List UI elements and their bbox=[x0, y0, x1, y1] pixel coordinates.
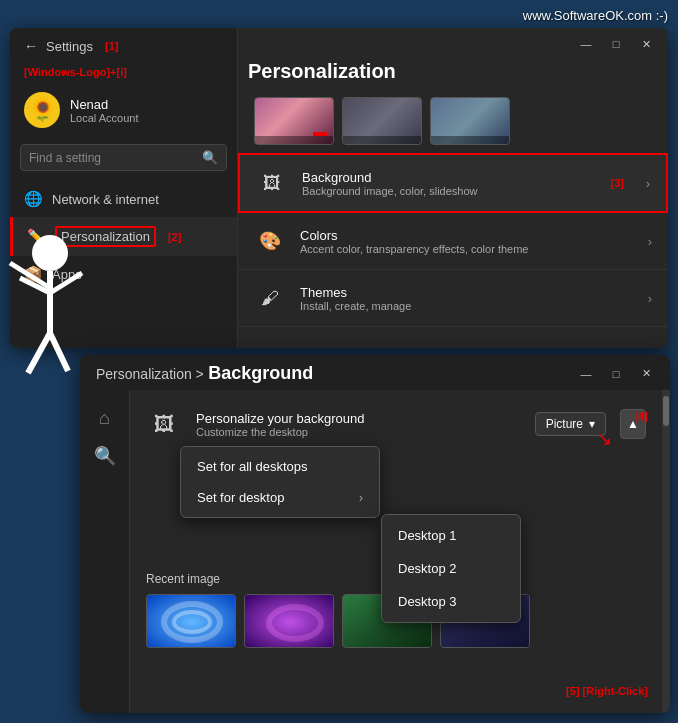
window-title: Settings bbox=[46, 39, 93, 54]
bottom-title-bar: Personalization > Background — □ ✕ bbox=[80, 355, 670, 390]
theme-previews bbox=[238, 93, 668, 153]
chevron-right-icon: › bbox=[648, 291, 652, 306]
colors-icon: 🎨 bbox=[254, 225, 286, 257]
submenu-desktop-1[interactable]: Desktop 1 bbox=[382, 519, 520, 552]
title-bar-right: — □ ✕ bbox=[238, 28, 668, 60]
bg-text-block: Personalize your background Customize th… bbox=[196, 411, 521, 438]
background-icon: 🖼 bbox=[256, 167, 288, 199]
search-input[interactable] bbox=[29, 151, 196, 165]
search-icon: 🔍 bbox=[202, 150, 218, 165]
setting-themes-text: Themes Install, create, manage bbox=[300, 285, 411, 312]
picture-dropdown-label: Picture bbox=[546, 417, 583, 431]
setting-background-text: Background Background image, color, slid… bbox=[302, 170, 477, 197]
bg-section: 🖼 Personalize your background Customize … bbox=[146, 406, 646, 442]
context-menu: Set for all desktops Set for desktop › D… bbox=[180, 446, 380, 518]
page-title: Personalization bbox=[248, 60, 658, 83]
close-button[interactable]: ✕ bbox=[632, 34, 660, 54]
bottom-main: ⌂ 🔍 [4] ↘ 🖼 Personalize your background … bbox=[80, 390, 670, 713]
theme-thumb-1[interactable] bbox=[254, 97, 334, 145]
sidebar-item-network[interactable]: 🌐 Network & internet bbox=[10, 181, 237, 217]
ctx-set-all-label: Set for all desktops bbox=[197, 459, 308, 474]
search-box[interactable]: 🔍 bbox=[20, 144, 227, 171]
setting-background[interactable]: 🖼 Background Background image, color, sl… bbox=[238, 153, 668, 213]
dropdown-chevron-icon: ▾ bbox=[589, 417, 595, 431]
theme-thumb-2[interactable] bbox=[342, 97, 422, 145]
character-figure bbox=[0, 223, 100, 383]
maximize-button[interactable]: □ bbox=[602, 34, 630, 54]
sidebar-item-network-label: Network & internet bbox=[52, 192, 159, 207]
watermark: www.SoftwareOK.com :-) bbox=[523, 8, 668, 23]
user-type: Local Account bbox=[70, 112, 139, 124]
ctx-set-desktop-label: Set for desktop bbox=[197, 490, 284, 505]
svg-line-12 bbox=[50, 333, 68, 371]
network-icon: 🌐 bbox=[24, 190, 42, 208]
annotation-4: [4] bbox=[635, 410, 648, 422]
breadcrumb-text: Personalization > bbox=[96, 366, 204, 382]
title-bar-left: ← Settings [1] bbox=[10, 28, 237, 64]
back-arrow-icon[interactable]: ← bbox=[24, 38, 38, 54]
themes-icon: 🖌 bbox=[254, 282, 286, 314]
user-info: Nenad Local Account bbox=[70, 97, 139, 124]
svg-line-10 bbox=[50, 273, 82, 293]
top-window: ← Settings [1] [Windows-Logo]+[i] 🌻 Nena… bbox=[10, 28, 668, 348]
bottom-scrollbar[interactable] bbox=[662, 390, 670, 713]
submenu-desktop-3[interactable]: Desktop 3 bbox=[382, 585, 520, 618]
annotation-2: [2] bbox=[168, 231, 181, 243]
user-section: 🌻 Nenad Local Account bbox=[10, 84, 237, 138]
bottom-sidebar: ⌂ 🔍 bbox=[80, 390, 130, 713]
ctx-set-for-desktop[interactable]: Set for desktop › Desktop 1 Desktop 2 De… bbox=[181, 482, 379, 513]
bottom-content: [4] ↘ 🖼 Personalize your background Cust… bbox=[130, 390, 662, 713]
scroll-thumb[interactable] bbox=[663, 396, 669, 426]
ctx-submenu-chevron-icon: › bbox=[359, 491, 363, 505]
user-name: Nenad bbox=[70, 97, 139, 112]
bottom-breadcrumb: Personalization > Background bbox=[96, 363, 313, 384]
bg-icon: 🖼 bbox=[146, 406, 182, 442]
bottom-window: Personalization > Background — □ ✕ ⌂ 🔍 [… bbox=[80, 355, 670, 713]
main-content: — □ ✕ Personalization 🖼 B bbox=[238, 28, 668, 348]
svg-point-7 bbox=[32, 235, 68, 271]
annotation-1: [1] bbox=[105, 40, 118, 52]
minimize-button[interactable]: — bbox=[572, 34, 600, 54]
annotation-4-arrow: ↘ bbox=[597, 428, 612, 450]
chevron-right-icon: › bbox=[648, 234, 652, 249]
svg-line-11 bbox=[28, 333, 50, 373]
bottom-maximize-button[interactable]: □ bbox=[602, 364, 630, 384]
theme-thumb-3[interactable] bbox=[430, 97, 510, 145]
submenu: Desktop 1 Desktop 2 Desktop 3 bbox=[381, 514, 521, 623]
submenu-desktop-2[interactable]: Desktop 2 bbox=[382, 552, 520, 585]
bottom-win-buttons: — □ ✕ bbox=[572, 364, 660, 384]
recent-image-2[interactable] bbox=[244, 594, 334, 648]
picture-dropdown[interactable]: Picture ▾ bbox=[535, 412, 606, 436]
bottom-minimize-button[interactable]: — bbox=[572, 364, 600, 384]
setting-themes[interactable]: 🖌 Themes Install, create, manage › bbox=[238, 270, 668, 327]
bottom-sidebar-search-icon[interactable]: 🔍 bbox=[86, 437, 124, 475]
annotation-5: [5] [Right-Click] bbox=[566, 685, 648, 697]
bg-title: Personalize your background bbox=[196, 411, 521, 426]
bg-desc: Customize the desktop bbox=[196, 426, 521, 438]
avatar: 🌻 bbox=[24, 92, 60, 128]
bottom-page-title: Background bbox=[208, 363, 313, 383]
annotation-3: [3] bbox=[611, 177, 624, 189]
setting-colors[interactable]: 🎨 Colors Accent color, transparency effe… bbox=[238, 213, 668, 270]
settings-list: 🖼 Background Background image, color, sl… bbox=[238, 153, 668, 348]
annotation-windows-shortcut: [Windows-Logo]+[i] bbox=[10, 64, 237, 84]
setting-colors-text: Colors Accent color, transparency effect… bbox=[300, 228, 528, 255]
recent-image-1[interactable] bbox=[146, 594, 236, 648]
ctx-set-all-desktops[interactable]: Set for all desktops bbox=[181, 451, 379, 482]
bottom-close-button[interactable]: ✕ bbox=[632, 364, 660, 384]
chevron-right-icon: › bbox=[646, 176, 650, 191]
bottom-sidebar-home-icon[interactable]: ⌂ bbox=[91, 400, 118, 437]
